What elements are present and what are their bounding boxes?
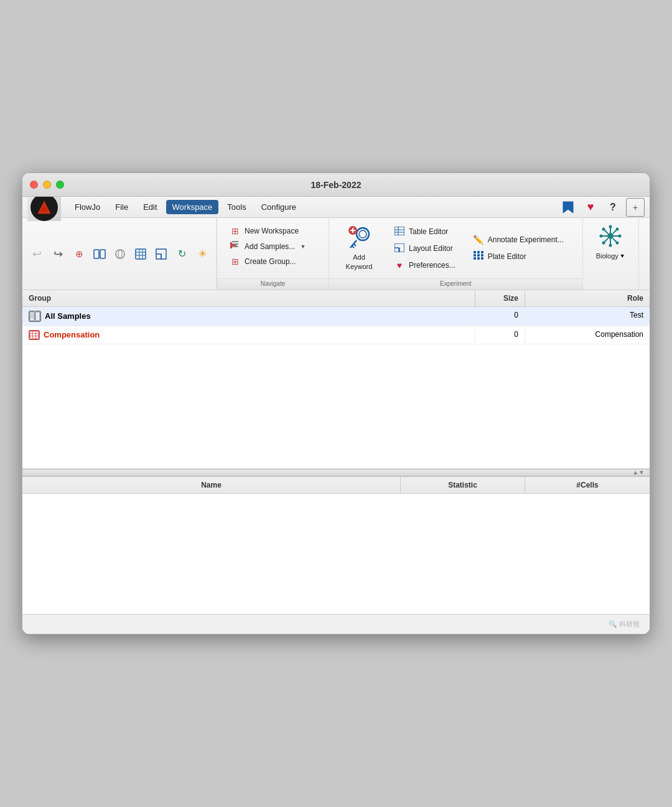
app-logo: [27, 194, 61, 221]
navigate-label: Navigate: [217, 278, 329, 290]
refresh-icon[interactable]: ↻: [172, 245, 191, 263]
svg-rect-34: [474, 254, 476, 257]
biology-button[interactable]: Biology ▼: [591, 222, 630, 262]
toolbar: ↩ ↪ ⊕ ↻: [22, 218, 650, 290]
add-tab-icon[interactable]: +: [626, 198, 645, 217]
cell-size-1: 0: [475, 326, 525, 344]
svg-line-21: [354, 244, 356, 246]
svg-point-6: [118, 250, 122, 258]
col-statistic-header: Statistic: [401, 477, 525, 493]
menu-flowjo[interactable]: FlowJo: [68, 200, 106, 214]
biology-section: Biology ▼ -: [583, 218, 639, 290]
svg-rect-31: [474, 251, 476, 253]
svg-point-51: [600, 235, 603, 238]
svg-rect-14: [230, 245, 236, 246]
add-keyword-button[interactable]: Add Keyword: [334, 222, 384, 275]
preferences-button[interactable]: ♥ Preferences...: [389, 258, 460, 272]
biology-icon: [599, 224, 622, 250]
plate-editor-label: Plate Editor: [488, 252, 526, 261]
divider-handle[interactable]: ▲▼: [22, 469, 650, 476]
annotate-label: Annotate Experiment...: [488, 235, 564, 244]
annotate-experiment-button[interactable]: ✏️ Annotate Experiment...: [468, 233, 575, 247]
add-samples-icon[interactable]: ⊕: [70, 245, 88, 263]
heart-icon[interactable]: ♥: [581, 198, 600, 217]
corner-icon[interactable]: [152, 245, 170, 263]
col-name-header: Name: [22, 477, 401, 493]
new-workspace-icon: ⊞: [230, 226, 241, 236]
bookmark-icon[interactable]: [559, 198, 577, 217]
table-editor-button[interactable]: Table Editor: [389, 225, 460, 239]
divider-arrows-icon: ▲▼: [632, 469, 645, 476]
all-samples-name: All Samples: [45, 311, 91, 321]
filter-icon[interactable]: [111, 245, 129, 263]
svg-rect-57: [30, 312, 34, 321]
titlebar: 18-Feb-2022: [22, 173, 650, 197]
add-keyword-icon: [347, 225, 371, 250]
layout-editor-button[interactable]: Layout Editor: [389, 242, 460, 256]
add-samples-button[interactable]: Add Samples... ▼: [225, 239, 321, 253]
svg-rect-33: [481, 251, 483, 253]
create-group-button[interactable]: ⊞ Create Group...: [225, 255, 321, 268]
window-title: 18-Feb-2022: [311, 180, 362, 190]
svg-point-53: [602, 228, 605, 231]
svg-line-22: [352, 246, 354, 248]
menu-tools[interactable]: Tools: [221, 200, 252, 214]
all-samples-icon: [29, 311, 41, 322]
col-cells-header: #Cells: [525, 477, 650, 493]
groups-empty-area: [22, 344, 650, 469]
flowjo-logo-icon: [30, 194, 58, 221]
compensation-icon: [29, 330, 40, 340]
table-row[interactable]: All Samples 0 Test: [22, 307, 650, 326]
svg-rect-37: [474, 257, 476, 260]
new-workspace-button[interactable]: ⊞ New Workspace: [225, 224, 321, 238]
cell-role-1: Compensation: [525, 326, 650, 344]
navigate-section: ⊞ New Workspace Add Samples... ▼ ⊞ Creat…: [217, 218, 329, 290]
svg-rect-39: [481, 257, 483, 260]
menu-workspace[interactable]: Workspace: [166, 200, 219, 214]
svg-point-56: [616, 242, 619, 245]
help-button[interactable]: ? Help ▼: [645, 222, 650, 258]
preferences-label: Preferences...: [409, 261, 455, 270]
svg-rect-17: [232, 246, 238, 247]
maximize-button[interactable]: [56, 181, 64, 189]
undo-button[interactable]: ↩: [27, 245, 46, 263]
svg-rect-30: [394, 248, 399, 252]
plate-editor-icon: [473, 251, 484, 262]
statistics-table: Name Statistic #Cells: [22, 476, 650, 614]
menu-edit[interactable]: Edit: [137, 200, 163, 214]
cell-role-0: Test: [525, 307, 650, 326]
starburst-icon[interactable]: ✳: [193, 245, 212, 263]
svg-rect-35: [477, 254, 480, 257]
minimize-button[interactable]: [43, 181, 51, 189]
redo-button[interactable]: ↪: [49, 245, 67, 263]
experiment-items: Add Keyword Table Editor: [329, 218, 582, 278]
experiment-label: Experiment: [329, 278, 582, 290]
svg-marker-2: [563, 202, 573, 213]
main-window: 18-Feb-2022 FlowJo File Edit Workspace T…: [22, 172, 650, 635]
experiment-section: Add Keyword Table Editor: [329, 218, 583, 290]
groups-table-header: Group Size Role: [22, 290, 650, 307]
content-area: Group Size Role All S: [22, 290, 650, 614]
add-samples-label: Add Samples...: [245, 242, 295, 251]
close-button[interactable]: [30, 181, 38, 189]
svg-rect-15: [232, 241, 238, 242]
annotate-icon: ✏️: [473, 235, 484, 245]
group-icon-btn[interactable]: [90, 245, 109, 263]
svg-rect-3: [94, 250, 99, 258]
table-icon[interactable]: [131, 245, 150, 263]
svg-rect-32: [477, 251, 480, 253]
plate-editor-button[interactable]: Plate Editor: [468, 249, 575, 263]
cell-group-comp: Compensation: [22, 326, 475, 344]
svg-rect-58: [35, 312, 40, 321]
biology-items: Biology ▼: [583, 218, 638, 278]
svg-point-5: [116, 250, 124, 258]
menu-configure[interactable]: Configure: [255, 200, 302, 214]
svg-rect-36: [481, 254, 483, 257]
compensation-name: Compensation: [44, 330, 100, 339]
create-group-label: Create Group...: [245, 257, 296, 266]
table-row[interactable]: Compensation 0 Compensation: [22, 326, 650, 344]
svg-rect-16: [232, 243, 238, 245]
help-icon[interactable]: ?: [604, 198, 622, 217]
navigate-items: ⊞ New Workspace Add Samples... ▼ ⊞ Creat…: [217, 218, 329, 278]
menu-file[interactable]: File: [109, 200, 134, 214]
